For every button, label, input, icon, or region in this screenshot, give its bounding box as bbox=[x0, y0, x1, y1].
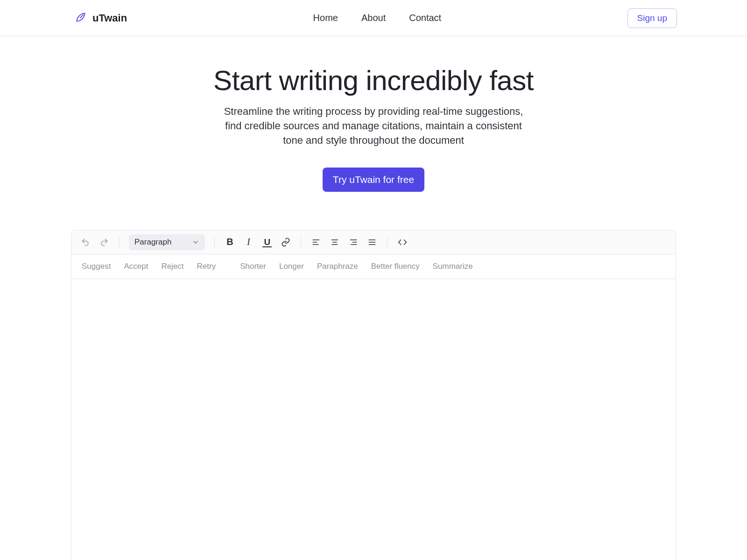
separator bbox=[214, 237, 215, 248]
nav-contact[interactable]: Contact bbox=[409, 13, 441, 23]
ai-toolbar: Suggest Accept Reject Retry Shorter Long… bbox=[71, 254, 676, 279]
ai-longer[interactable]: Longer bbox=[278, 260, 305, 273]
separator bbox=[119, 237, 120, 248]
cta-try-free[interactable]: Try uTwain for free bbox=[323, 168, 424, 192]
align-left-icon bbox=[311, 238, 321, 247]
hero: Start writing incredibly fast Streamline… bbox=[0, 36, 747, 215]
redo-icon bbox=[99, 238, 109, 247]
align-right-button[interactable] bbox=[346, 235, 361, 250]
italic-button[interactable]: I bbox=[241, 235, 256, 250]
nav-home[interactable]: Home bbox=[313, 13, 338, 23]
ai-accept[interactable]: Accept bbox=[123, 260, 149, 273]
redo-button[interactable] bbox=[97, 235, 112, 250]
link-icon bbox=[281, 238, 290, 247]
feather-icon bbox=[75, 11, 87, 25]
undo-button[interactable] bbox=[78, 235, 93, 250]
code-icon bbox=[398, 238, 407, 247]
underline-button[interactable]: U bbox=[260, 235, 275, 250]
brand-name: uTwain bbox=[92, 12, 127, 24]
link-button[interactable] bbox=[278, 235, 293, 250]
top-nav: uTwain Home About Contact Sign up bbox=[0, 0, 747, 36]
align-center-icon bbox=[330, 238, 339, 247]
align-right-icon bbox=[349, 238, 358, 247]
paragraph-style-select[interactable]: Paragraph bbox=[129, 234, 205, 250]
ai-summarize[interactable]: Summarize bbox=[432, 260, 474, 273]
ai-shorter[interactable]: Shorter bbox=[239, 260, 267, 273]
undo-icon bbox=[81, 238, 90, 247]
ai-better-fluency[interactable]: Better fluency bbox=[370, 260, 421, 273]
editor-canvas[interactable] bbox=[71, 279, 676, 560]
hero-subtitle: Streamline the writing process by provid… bbox=[215, 104, 532, 148]
align-center-button[interactable] bbox=[327, 235, 342, 250]
ai-paraphraze[interactable]: Paraphraze bbox=[316, 260, 359, 273]
paragraph-style-label: Paragraph bbox=[134, 238, 171, 247]
chevron-down-icon bbox=[192, 238, 199, 246]
ai-suggest[interactable]: Suggest bbox=[81, 260, 112, 273]
editor: Paragraph B I U Suggest Accept bbox=[71, 230, 676, 560]
ai-retry[interactable]: Retry bbox=[196, 260, 217, 273]
bold-button[interactable]: B bbox=[222, 235, 237, 250]
code-button[interactable] bbox=[395, 235, 410, 250]
hero-title: Start writing incredibly fast bbox=[0, 64, 747, 97]
align-justify-button[interactable] bbox=[365, 235, 380, 250]
signup-button[interactable]: Sign up bbox=[627, 8, 677, 28]
nav-about[interactable]: About bbox=[361, 13, 386, 23]
align-left-button[interactable] bbox=[309, 235, 324, 250]
brand[interactable]: uTwain bbox=[75, 11, 127, 25]
separator bbox=[387, 237, 388, 248]
ai-reject[interactable]: Reject bbox=[160, 260, 184, 273]
align-justify-icon bbox=[367, 238, 377, 247]
primary-nav: Home About Contact bbox=[313, 13, 442, 23]
editor-toolbar: Paragraph B I U bbox=[71, 231, 676, 254]
separator bbox=[301, 237, 301, 248]
